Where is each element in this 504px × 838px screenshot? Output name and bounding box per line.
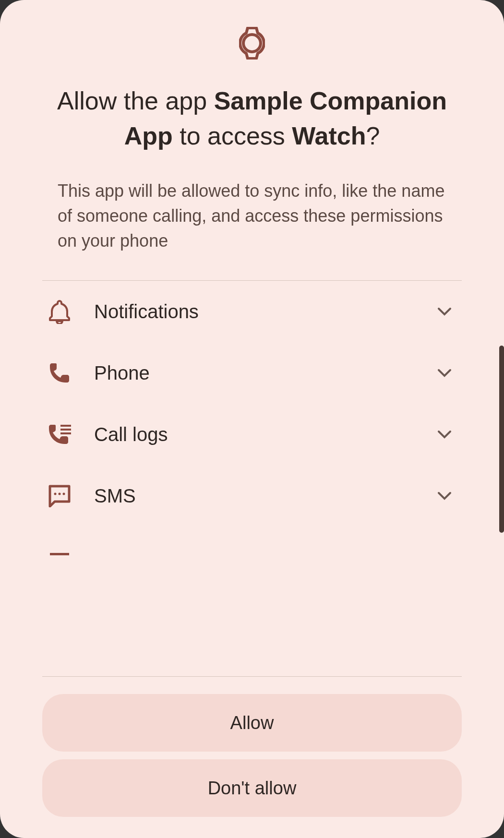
svg-rect-3 [60, 432, 71, 434]
call-logs-icon [48, 423, 71, 446]
dialog-header: Allow the app Sample Companion App to ac… [0, 0, 504, 154]
watch-icon [239, 27, 265, 60]
dialog-buttons: Allow Don't allow [0, 677, 504, 838]
chevron-down-icon [437, 365, 452, 381]
svg-rect-2 [60, 429, 71, 431]
permission-item-notifications[interactable]: Notifications [42, 281, 462, 342]
svg-rect-7 [50, 553, 69, 555]
notifications-icon [48, 300, 71, 323]
permission-item-sms[interactable]: SMS [42, 465, 462, 527]
title-middle: to access [173, 122, 292, 150]
svg-point-5 [59, 493, 61, 495]
dialog-title: Allow the app Sample Companion App to ac… [0, 60, 504, 154]
permission-label: Phone [94, 362, 437, 384]
svg-point-0 [243, 35, 261, 52]
dialog-description: This app will be allowed to sync info, l… [0, 154, 504, 254]
allow-button[interactable]: Allow [42, 694, 462, 752]
permissions-list: Notifications Phone [42, 281, 462, 676]
svg-point-6 [63, 493, 65, 495]
contacts-icon [48, 544, 71, 567]
title-resource: Watch [292, 122, 366, 150]
permission-label: Call logs [94, 424, 437, 445]
svg-point-4 [54, 493, 57, 495]
permission-label: Notifications [94, 301, 437, 323]
scrollbar[interactable] [499, 346, 504, 533]
permission-item-partial[interactable] [42, 527, 462, 586]
permission-item-phone[interactable]: Phone [42, 342, 462, 404]
title-prefix: Allow the app [57, 87, 214, 115]
chevron-down-icon [437, 488, 452, 503]
sms-icon [48, 484, 71, 507]
permission-dialog: Allow the app Sample Companion App to ac… [0, 0, 504, 838]
permission-item-call-logs[interactable]: Call logs [42, 404, 462, 465]
phone-icon [48, 361, 71, 384]
title-suffix: ? [366, 122, 380, 150]
chevron-down-icon [437, 427, 452, 442]
deny-button[interactable]: Don't allow [42, 759, 462, 817]
permission-label: SMS [94, 485, 437, 507]
svg-rect-1 [60, 425, 71, 427]
chevron-down-icon [437, 304, 452, 319]
